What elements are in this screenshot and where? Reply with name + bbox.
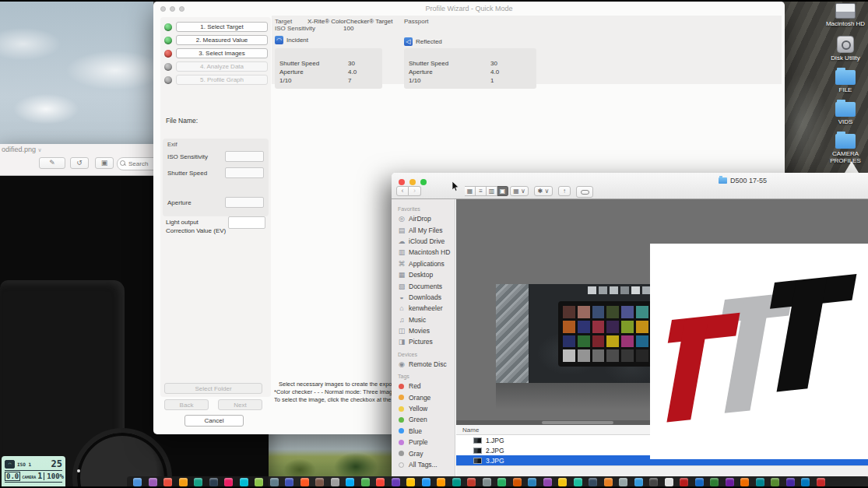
view-button[interactable]: ▥ — [487, 186, 497, 196]
dock-app-icon[interactable] — [392, 478, 400, 486]
dock-app-icon[interactable] — [270, 478, 279, 486]
dock-app-icon[interactable] — [786, 478, 795, 486]
dock-app-icon[interactable] — [224, 478, 233, 486]
desktop-icon[interactable]: FILE — [824, 70, 867, 93]
sidebar-tag-item[interactable]: Blue — [392, 426, 455, 437]
dock-app-icon[interactable] — [634, 478, 643, 486]
dock-app-icon[interactable] — [452, 478, 461, 486]
zoom-icon[interactable] — [420, 179, 427, 185]
back-button[interactable]: ‹ — [396, 186, 409, 196]
dock-app-icon[interactable] — [695, 478, 704, 486]
dock-app-icon[interactable] — [194, 478, 202, 486]
sidebar-item[interactable]: ♫ Music — [392, 314, 455, 325]
sidebar-tag-item[interactable]: Yellow — [392, 403, 455, 414]
step-button[interactable]: 5. Profile Graph — [176, 75, 268, 85]
sidebar-tag-item[interactable]: Gray — [392, 448, 455, 458]
dock-app-icon[interactable] — [240, 478, 248, 486]
coverflow-preview-image[interactable] — [496, 284, 666, 383]
sidebar-item[interactable]: ⌂ kenwheeler — [392, 303, 455, 314]
view-button[interactable]: ▣ — [497, 186, 508, 196]
sidebar-item[interactable]: ⌘ Applications — [392, 258, 455, 269]
sidebar-item[interactable]: ◫ Movies — [392, 325, 455, 336]
dock-app-icon[interactable] — [801, 478, 810, 486]
dock-app-icon[interactable] — [437, 478, 445, 486]
dock-app-icon[interactable] — [543, 478, 552, 486]
dock-app-icon[interactable] — [558, 478, 567, 486]
desktop-icon[interactable]: Disk Utility — [824, 36, 867, 61]
scrollbar-handle[interactable] — [542, 421, 613, 424]
dock-app-icon[interactable] — [574, 478, 582, 486]
back-button[interactable]: Back — [164, 399, 209, 410]
dock-app-icon[interactable] — [528, 478, 536, 486]
action-gear-button[interactable]: ✱ ∨ — [534, 186, 553, 196]
view-button[interactable]: ≡ — [476, 186, 487, 196]
dock-app-icon[interactable] — [209, 478, 218, 486]
tags-button[interactable] — [576, 186, 593, 198]
sidebar-item[interactable]: ▦ Desktop — [392, 269, 455, 280]
sidebar-item[interactable]: ◉ Remote Disc — [392, 359, 455, 370]
dock-app-icon[interactable] — [604, 478, 613, 486]
dock-app-icon[interactable] — [726, 478, 734, 486]
dock-app-icon[interactable] — [589, 478, 597, 486]
dock-app-icon[interactable] — [346, 478, 354, 486]
dock-app-icon[interactable] — [619, 478, 627, 486]
markup-pen-button[interactable]: ✎ — [39, 157, 65, 169]
dock-app-icon[interactable] — [497, 478, 506, 486]
dock-app-icon[interactable] — [179, 478, 188, 486]
step-button[interactable]: 4. Analyze Data — [176, 61, 268, 72]
minimize-icon[interactable] — [409, 179, 416, 185]
sidebar-tag-item[interactable]: Purple — [392, 437, 455, 448]
arrange-button[interactable]: ▦ ∨ — [510, 186, 529, 196]
dock-app-icon[interactable] — [315, 478, 324, 486]
dock-app-icon[interactable] — [422, 478, 430, 486]
dock-app-icon[interactable] — [149, 478, 157, 486]
dock-app-icon[interactable] — [740, 478, 749, 486]
next-button[interactable]: Next — [218, 399, 262, 410]
dock-app-icon[interactable] — [817, 478, 825, 486]
desktop-icon[interactable]: VIDS — [824, 102, 867, 125]
dock-app-icon[interactable] — [467, 478, 476, 486]
exif-field-input[interactable] — [225, 167, 264, 178]
dock-app-icon[interactable] — [406, 478, 415, 486]
sidebar-item[interactable]: ◒ Downloads — [392, 292, 455, 303]
sidebar-item[interactable]: ▥ Macintosh HD — [392, 247, 455, 258]
dock-app-icon[interactable] — [376, 478, 385, 486]
sidebar-item[interactable]: ▤ All My Files — [392, 224, 455, 235]
sidebar-item[interactable]: ☁ iCloud Drive — [392, 236, 455, 247]
dock-app-icon[interactable] — [665, 478, 673, 486]
dock-app-icon[interactable] — [771, 478, 779, 486]
rotate-button[interactable]: ↺ — [70, 157, 89, 169]
sidebar-tag-item[interactable]: Red — [392, 381, 455, 391]
dock-app-icon[interactable] — [163, 478, 172, 486]
dock-app-icon[interactable] — [361, 478, 370, 486]
share-button[interactable]: ↑ — [558, 186, 571, 196]
cancel-button[interactable]: Cancel — [184, 415, 244, 427]
dock-app-icon[interactable] — [300, 478, 309, 486]
adjust-button[interactable]: ▣ — [95, 157, 114, 169]
sidebar-tag-item[interactable]: Orange — [392, 391, 455, 402]
exif-field-input[interactable] — [225, 151, 264, 162]
dock-app-icon[interactable] — [331, 478, 339, 486]
forward-button[interactable]: › — [409, 186, 421, 196]
step-button[interactable]: 1. Select Target — [176, 22, 268, 32]
dock-app-icon[interactable] — [133, 478, 142, 486]
exif-field-input[interactable] — [225, 197, 264, 208]
dock-app-icon[interactable] — [756, 478, 764, 486]
dock-app-icon[interactable] — [649, 478, 658, 486]
view-button[interactable]: ▦ — [465, 186, 476, 196]
dock-app-icon[interactable] — [285, 478, 293, 486]
sidebar-item[interactable]: ◨ Pictures — [392, 336, 455, 347]
sidebar-tag-item[interactable]: All Tags... — [392, 459, 455, 470]
dock-app-icon[interactable] — [710, 478, 719, 486]
desktop-icon[interactable]: CAMERA PROFILES — [824, 134, 867, 164]
dock-app-icon[interactable] — [483, 478, 491, 486]
step-button[interactable]: 3. Select Images — [176, 48, 268, 58]
dock-app-icon[interactable] — [513, 478, 522, 486]
sidebar-tag-item[interactable]: Green — [392, 414, 455, 425]
desktop-icon[interactable]: Macintosh HD — [824, 3, 867, 27]
step-button[interactable]: 2. Measured Value — [176, 35, 268, 45]
sidebar-item[interactable]: ▧ Documents — [392, 280, 455, 291]
finder-titlebar[interactable]: D500 17-55 ‹ › ▦ ≡ ▥ ▣ ▦ ∨ ✱ — [392, 173, 868, 199]
close-icon[interactable] — [399, 179, 405, 185]
light-output-input[interactable] — [228, 216, 265, 229]
